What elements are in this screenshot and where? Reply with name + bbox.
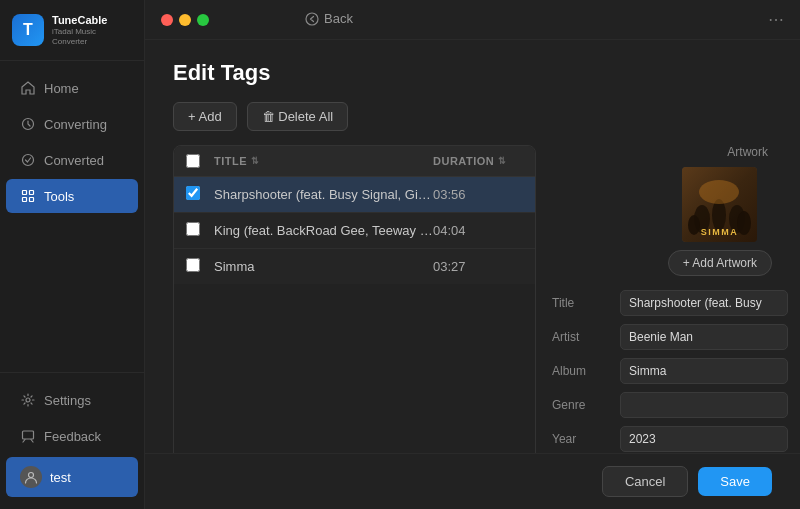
back-button[interactable]: Back [305,11,353,26]
sidebar-item-tools-label: Tools [44,189,74,204]
svg-rect-5 [30,198,34,202]
select-all-checkbox[interactable] [186,154,200,168]
sidebar-bottom: Settings Feedback test [0,372,144,509]
form-section: Title Artist Album Genre [552,290,772,453]
back-arrow-icon [305,12,319,26]
svg-rect-2 [23,191,27,195]
cancel-button[interactable]: Cancel [602,466,688,497]
logo-text: TuneCable iTadal Music Converter [52,14,132,46]
menu-button[interactable]: ⋯ [768,10,784,29]
title-input[interactable] [620,290,788,316]
svg-point-17 [699,180,739,204]
table-body: Sharpshooter (feat. Busy Signal, Giggs &… [174,177,535,284]
sidebar-item-tools[interactable]: Tools [6,179,138,213]
sidebar-item-feedback[interactable]: Feedback [6,419,138,453]
sidebar-item-settings[interactable]: Settings [6,383,138,417]
artwork-label: Artwork [727,145,768,159]
sidebar-item-home[interactable]: Home [6,71,138,105]
user-profile[interactable]: test [6,457,138,497]
add-artwork-button[interactable]: + Add Artwork [668,250,772,276]
year-input[interactable] [620,426,788,452]
home-icon [20,80,36,96]
toolbar: + Add 🗑 Delete All [173,102,772,131]
title-label: Title [552,296,620,310]
settings-icon [20,392,36,408]
row-1-checkbox-container [186,186,214,203]
title-sort-icon[interactable]: ⇅ [251,156,260,166]
duration-column-header: DURATION ⇅ [433,155,523,167]
traffic-lights [161,14,209,26]
artist-label: Artist [552,330,620,344]
svg-point-15 [737,211,751,235]
sidebar-item-home-label: Home [44,81,79,96]
artwork-image: SIMMA [682,167,757,242]
year-field-row: Year [552,426,772,452]
row-3-title: Simma [214,259,433,274]
feedback-icon [20,428,36,444]
svg-point-8 [29,473,34,478]
row-1-checkbox[interactable] [186,186,200,200]
album-input[interactable] [620,358,788,384]
genre-field-row: Genre [552,392,772,418]
duration-sort-icon[interactable]: ⇅ [498,156,507,166]
tracks-table: TITLE ⇅ DURATION ⇅ Sharpshoo [173,145,536,453]
logo-icon: T [12,14,44,46]
year-label: Year [552,432,620,446]
sidebar-item-converting-label: Converting [44,117,107,132]
artwork-section: Artwork [552,145,772,276]
row-2-checkbox[interactable] [186,222,200,236]
select-all-checkbox-container[interactable] [186,154,214,168]
row-3-checkbox[interactable] [186,258,200,272]
app-logo: T TuneCable iTadal Music Converter [0,0,144,61]
tools-icon [20,188,36,204]
right-panel: Artwork [552,145,772,453]
maximize-button[interactable] [197,14,209,26]
sidebar-item-converted-label: Converted [44,153,104,168]
sidebar: T TuneCable iTadal Music Converter Home [0,0,145,509]
app-name: TuneCable [52,14,132,27]
sidebar-item-settings-label: Settings [44,393,91,408]
artwork-svg: SIMMA [682,167,757,242]
row-2-checkbox-container [186,222,214,239]
footer: Cancel Save [145,453,800,509]
svg-point-14 [688,215,700,235]
table-header: TITLE ⇅ DURATION ⇅ [174,146,535,177]
sidebar-item-feedback-label: Feedback [44,429,101,444]
close-button[interactable] [161,14,173,26]
album-field-row: Album [552,358,772,384]
row-2-duration: 04:04 [433,223,523,238]
row-1-duration: 03:56 [433,187,523,202]
app-subtitle: iTadal Music Converter [52,27,132,46]
table-row[interactable]: King (feat. BackRoad Gee, Teeway & Ms Ba… [174,213,535,249]
genre-label: Genre [552,398,620,412]
titlebar: Back ⋯ [145,0,800,40]
row-3-checkbox-container [186,258,214,275]
svg-point-9 [306,13,318,25]
row-2-title: King (feat. BackRoad Gee, Teeway & Ms Ba… [214,223,433,238]
page-title: Edit Tags [173,60,772,86]
minimize-button[interactable] [179,14,191,26]
converted-icon [20,152,36,168]
title-field-row: Title [552,290,772,316]
add-button[interactable]: + Add [173,102,237,131]
sidebar-item-converting[interactable]: Converting [6,107,138,141]
table-row[interactable]: Simma 03:27 [174,249,535,284]
save-button[interactable]: Save [698,467,772,496]
artist-input[interactable] [620,324,788,350]
avatar [20,466,42,488]
genre-input[interactable] [620,392,788,418]
back-label: Back [324,11,353,26]
delete-all-button[interactable]: 🗑 Delete All [247,102,349,131]
album-label: Album [552,364,620,378]
user-name: test [50,470,71,485]
page-content: Edit Tags + Add 🗑 Delete All TITLE ⇅ [145,40,800,453]
sidebar-nav: Home Converting Converted [0,61,144,372]
sidebar-item-converted[interactable]: Converted [6,143,138,177]
content-area: TITLE ⇅ DURATION ⇅ Sharpshoo [173,145,772,453]
svg-text:SIMMA: SIMMA [701,227,739,237]
main-content: Back ⋯ Edit Tags + Add 🗑 Delete All TITL… [145,0,800,509]
table-row[interactable]: Sharpshooter (feat. Busy Signal, Giggs &… [174,177,535,213]
svg-point-1 [23,155,34,166]
row-3-duration: 03:27 [433,259,523,274]
svg-rect-7 [23,431,34,439]
